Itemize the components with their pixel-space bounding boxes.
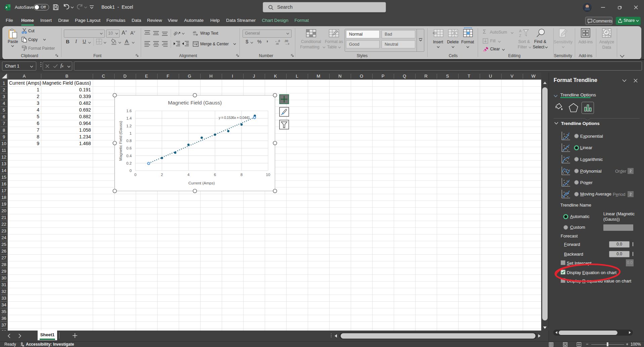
svg-text:34: 34 — [1, 302, 6, 307]
svg-text:1: 1 — [37, 87, 39, 92]
svg-text:1: 1 — [3, 81, 5, 86]
svg-text:N: N — [338, 74, 341, 79]
svg-text:Magnetic Field (Gauss): Magnetic Field (Gauss) — [42, 80, 91, 86]
svg-text:1.2: 1.2 — [126, 124, 132, 128]
svg-text:I: I — [232, 74, 233, 79]
svg-text:35: 35 — [1, 309, 6, 314]
svg-text:1.468: 1.468 — [79, 141, 91, 146]
svg-text:15: 15 — [1, 175, 6, 180]
svg-text:10: 10 — [1, 141, 6, 146]
svg-text:0.2: 0.2 — [126, 161, 132, 165]
svg-text:0.191: 0.191 — [79, 87, 91, 92]
svg-text:23: 23 — [1, 228, 6, 233]
svg-text:8: 8 — [37, 134, 39, 139]
svg-text:P: P — [382, 74, 385, 79]
svg-text:17: 17 — [1, 188, 6, 193]
svg-text:21: 21 — [1, 215, 6, 220]
svg-text:0.692: 0.692 — [79, 107, 91, 113]
svg-text:1.4: 1.4 — [126, 116, 132, 120]
svg-text:19: 19 — [1, 202, 6, 207]
svg-text:11: 11 — [2, 148, 6, 153]
svg-text:5: 5 — [3, 107, 5, 113]
svg-text:7: 7 — [3, 121, 5, 126]
svg-text:K: K — [274, 74, 277, 79]
svg-text:Magnetic Field (Gauss): Magnetic Field (Gauss) — [119, 121, 123, 161]
svg-text:20: 20 — [1, 208, 6, 213]
svg-text:3: 3 — [3, 94, 5, 99]
svg-text:O: O — [360, 74, 363, 79]
svg-text:X: X — [5, 5, 8, 9]
svg-text:A: A — [23, 74, 26, 79]
svg-text:8: 8 — [241, 173, 243, 177]
svg-text:Current (Amps): Current (Amps) — [9, 80, 41, 86]
svg-text:9: 9 — [3, 134, 5, 139]
svg-text:5: 5 — [37, 114, 39, 119]
svg-text:13: 13 — [1, 161, 6, 166]
svg-text:26: 26 — [1, 249, 6, 254]
svg-text:2: 2 — [3, 87, 5, 92]
svg-text:W: W — [531, 74, 536, 79]
svg-text:R: R — [424, 74, 427, 79]
svg-text:Current (Amps): Current (Amps) — [188, 181, 215, 185]
svg-text:D: D — [123, 74, 126, 79]
svg-text:J: J — [253, 74, 255, 79]
svg-text:T: T — [468, 74, 470, 79]
svg-text:0.482: 0.482 — [79, 100, 91, 106]
svg-text:32: 32 — [1, 289, 6, 294]
svg-text:Magnetic Field (Gauss): Magnetic Field (Gauss) — [168, 100, 222, 105]
svg-text:0.882: 0.882 — [79, 114, 91, 119]
svg-text:16: 16 — [1, 181, 6, 186]
svg-text:V: V — [511, 74, 514, 79]
svg-text:33: 33 — [1, 296, 6, 301]
svg-text:B: B — [66, 74, 69, 79]
svg-text:1.6: 1.6 — [126, 109, 132, 113]
svg-text:4: 4 — [187, 173, 190, 177]
svg-text:S: S — [446, 74, 449, 79]
svg-text:4: 4 — [37, 107, 39, 113]
svg-text:28: 28 — [1, 262, 6, 267]
svg-text:6: 6 — [37, 121, 39, 126]
svg-text:U: U — [489, 74, 492, 79]
svg-text:9: 9 — [37, 141, 39, 146]
svg-text:6: 6 — [3, 114, 5, 119]
svg-text:ab: ab — [173, 30, 179, 37]
svg-text:14: 14 — [1, 168, 6, 173]
svg-text:24: 24 — [1, 235, 6, 240]
svg-text:.00: .00 — [275, 43, 279, 45]
svg-text:31: 31 — [1, 282, 6, 287]
svg-text:L: L — [296, 74, 298, 79]
svg-text:C: C — [102, 74, 105, 79]
svg-text:F: F — [167, 74, 169, 79]
svg-text:18: 18 — [1, 195, 6, 200]
svg-text:8: 8 — [3, 128, 5, 133]
svg-text:G: G — [188, 74, 191, 79]
svg-text:2: 2 — [37, 94, 39, 99]
svg-text:1.234: 1.234 — [79, 134, 91, 139]
svg-text:.00: .00 — [284, 39, 288, 43]
svg-text:Q: Q — [403, 74, 406, 79]
svg-text:0.8: 0.8 — [126, 139, 132, 143]
svg-text:A: A — [519, 29, 522, 33]
svg-text:12: 12 — [1, 155, 6, 160]
svg-text:E: E — [145, 74, 148, 79]
svg-text:6: 6 — [214, 173, 216, 177]
svg-text:7: 7 — [37, 127, 39, 133]
svg-text:22: 22 — [1, 222, 6, 227]
svg-text:36: 36 — [1, 316, 6, 321]
svg-text:2: 2 — [161, 173, 163, 177]
svg-text:25: 25 — [1, 242, 6, 247]
svg-text:y = 0.1536x + 0.0441: y = 0.1536x + 0.0441 — [219, 116, 250, 120]
svg-text:0.339: 0.339 — [79, 94, 91, 99]
svg-text:ab: ab — [193, 31, 196, 34]
svg-text:3: 3 — [37, 100, 39, 106]
svg-text:37: 37 — [1, 322, 6, 328]
svg-text:29: 29 — [1, 269, 6, 274]
svg-text:0.964: 0.964 — [79, 121, 91, 126]
svg-text:0.6: 0.6 — [126, 146, 132, 150]
svg-text:10: 10 — [266, 173, 270, 177]
svg-text:0: 0 — [130, 169, 132, 173]
svg-text:4: 4 — [3, 101, 5, 106]
svg-text:27: 27 — [1, 255, 6, 260]
svg-text:0.4: 0.4 — [126, 154, 132, 158]
svg-text:H: H — [209, 74, 212, 79]
